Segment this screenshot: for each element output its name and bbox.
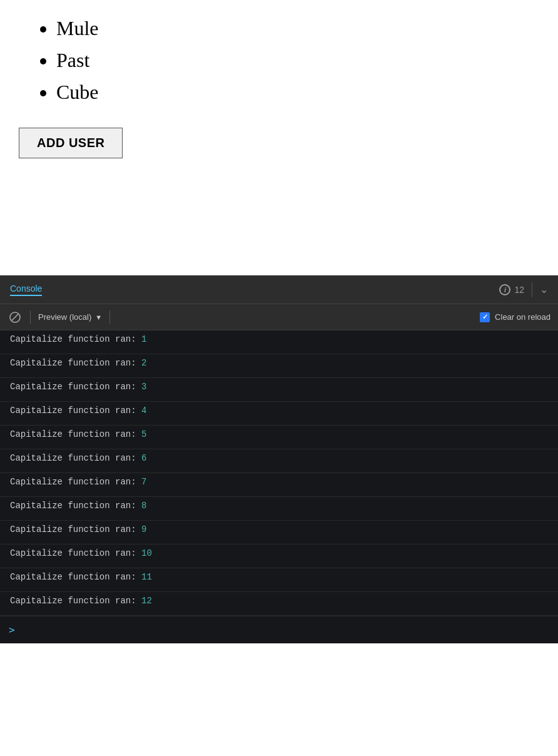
- toolbar-divider-2: [109, 310, 110, 324]
- info-icon: i: [499, 284, 510, 295]
- log-text: Capitalize function ran:: [10, 406, 141, 416]
- console-tab[interactable]: Console: [10, 284, 42, 296]
- log-number: 3: [141, 382, 146, 392]
- log-text: Capitalize function ran:: [10, 382, 141, 392]
- log-number: 12: [141, 596, 152, 606]
- clear-console-button[interactable]: [8, 310, 23, 325]
- log-text: Capitalize function ran:: [10, 548, 141, 558]
- log-text: Capitalize function ran:: [10, 358, 141, 368]
- info-count: 12: [514, 285, 524, 295]
- log-number: 1: [141, 334, 146, 344]
- log-text: Capitalize function ran:: [10, 429, 141, 439]
- chevron-down-icon[interactable]: ⌄: [540, 284, 548, 295]
- log-number: 2: [141, 358, 146, 368]
- log-text: Capitalize function ran:: [10, 596, 141, 606]
- add-user-button[interactable]: ADD USER: [19, 128, 123, 158]
- source-dropdown-arrow: ▼: [95, 314, 102, 321]
- toolbar-divider: [30, 310, 31, 324]
- console-toolbar: Preview (local) ▼ Clear on reload: [0, 304, 558, 330]
- clear-on-reload-checkbox[interactable]: [480, 312, 490, 322]
- log-entry: Capitalize function ran: 2: [0, 354, 558, 378]
- clear-on-reload-label: Clear on reload: [495, 312, 550, 322]
- log-number: 7: [141, 477, 146, 487]
- log-number: 10: [141, 548, 152, 558]
- log-text: Capitalize function ran:: [10, 501, 141, 511]
- clear-on-reload-control[interactable]: Clear on reload: [480, 312, 550, 322]
- log-text: Capitalize function ran:: [10, 453, 141, 463]
- item-list: MulePastCube: [19, 13, 539, 109]
- log-entry: Capitalize function ran: 12: [0, 592, 558, 616]
- list-item: Mule: [56, 13, 539, 44]
- log-entry: Capitalize function ran: 6: [0, 449, 558, 473]
- log-entry: Capitalize function ran: 1: [0, 330, 558, 354]
- devtools-panel: Console i 12 ⌄ Preview (local) ▼ Clear o: [0, 275, 558, 643]
- log-entry: Capitalize function ran: 11: [0, 568, 558, 592]
- list-item: Cube: [56, 76, 539, 108]
- log-entry: Capitalize function ran: 3: [0, 378, 558, 402]
- log-number: 8: [141, 501, 146, 511]
- source-selector[interactable]: Preview (local) ▼: [38, 312, 102, 322]
- log-number: 9: [141, 524, 146, 534]
- log-entry: Capitalize function ran: 8: [0, 497, 558, 521]
- source-label: Preview (local): [38, 312, 91, 322]
- log-text: Capitalize function ran:: [10, 524, 141, 534]
- log-entry: Capitalize function ran: 5: [0, 426, 558, 449]
- log-number: 11: [141, 572, 152, 582]
- log-entry: Capitalize function ran: 9: [0, 521, 558, 544]
- prompt-icon: >: [9, 624, 15, 636]
- list-item: Past: [56, 44, 539, 76]
- main-content: MulePastCube ADD USER: [0, 0, 558, 275]
- console-input-row[interactable]: >: [0, 616, 558, 643]
- console-header: Console i 12 ⌄: [0, 275, 558, 304]
- log-text: Capitalize function ran:: [10, 477, 141, 487]
- console-logs: Capitalize function ran: 1Capitalize fun…: [0, 330, 558, 616]
- log-text: Capitalize function ran:: [10, 334, 141, 344]
- log-number: 5: [141, 429, 146, 439]
- log-entry: Capitalize function ran: 7: [0, 473, 558, 497]
- info-badge: i 12: [499, 284, 524, 295]
- log-entry: Capitalize function ran: 4: [0, 402, 558, 426]
- svg-line-1: [12, 314, 18, 320]
- log-number: 4: [141, 406, 146, 416]
- console-header-right: i 12 ⌄: [499, 282, 548, 297]
- log-text: Capitalize function ran:: [10, 572, 141, 582]
- header-divider: [532, 282, 532, 297]
- log-number: 6: [141, 453, 146, 463]
- log-entry: Capitalize function ran: 10: [0, 544, 558, 568]
